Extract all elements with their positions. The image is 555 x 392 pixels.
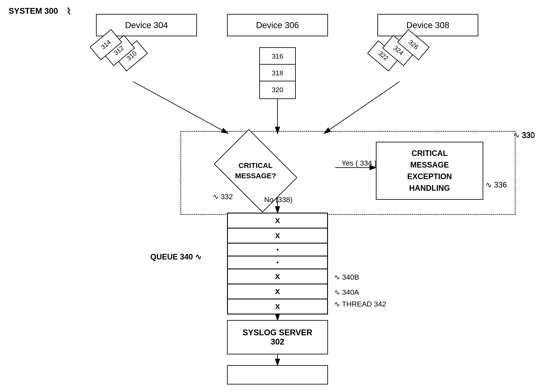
device-308-box: Device 308 — [377, 14, 478, 36]
label-340b: ∿ 340B — [334, 273, 359, 281]
diamond-label: CRITICALMESSAGE? — [235, 160, 276, 181]
system-squiggle: ⌇ — [66, 6, 72, 16]
box-320: 320 — [259, 81, 296, 99]
bottom-box — [227, 365, 328, 385]
queue-dot-row-1: · — [227, 243, 328, 256]
label-332: ∿ 332 — [213, 192, 233, 201]
queue-row-thread: X — [227, 299, 328, 314]
label-thread-342: ∿ THREAD 342 — [334, 300, 386, 308]
squiggle-336: ∿ 336 — [485, 181, 507, 189]
squiggle-330: ∿ 330 — [513, 131, 535, 140]
queue-row-340a: X — [227, 284, 328, 299]
label-no-338: No (338) — [264, 196, 292, 204]
svg-line-4 — [324, 82, 400, 133]
queue-dot-row-2: · — [227, 256, 328, 269]
diagram: SYSTEM 300 ⌇ Device 304 Device 306 Devic… — [0, 0, 555, 392]
queue-row-340b: X — [227, 269, 328, 284]
queue-row-1: X — [227, 213, 328, 228]
queue-row-2: X — [227, 228, 328, 243]
syslog-server-box: SYSLOG SERVER302 — [227, 320, 328, 354]
box-316: 316 — [259, 47, 296, 65]
system-title: SYSTEM 300 — [9, 7, 58, 16]
svg-line-2 — [133, 82, 228, 133]
exception-box: CRITICALMESSAGEEXCEPTIONHANDLING — [376, 142, 483, 200]
device-306-box: Device 306 — [227, 14, 328, 36]
label-queue-340: QUEUE 340 ∿ — [150, 252, 201, 261]
label-340a: ∿ 340A — [334, 288, 359, 296]
queue-container: X X · · X X X — [227, 213, 328, 314]
label-yes-334: Yes ( 334 ) — [342, 159, 377, 167]
box-318: 318 — [259, 64, 296, 82]
